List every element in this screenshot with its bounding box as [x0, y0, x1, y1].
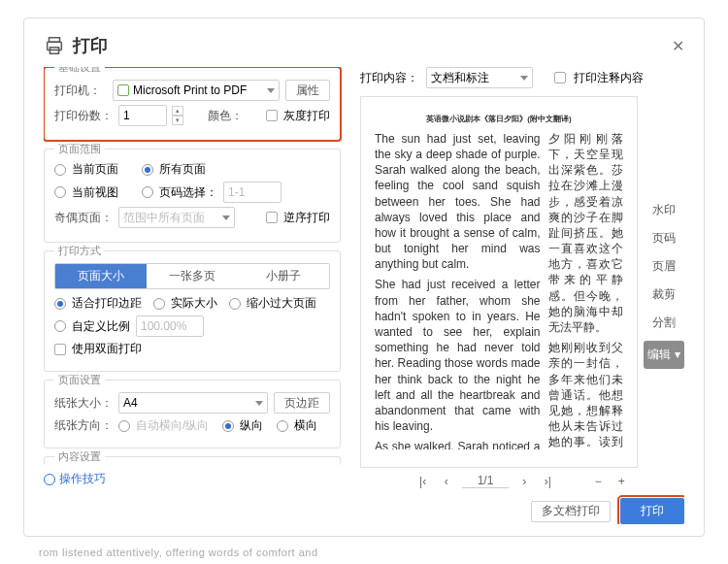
color-label: 颜色：	[208, 108, 260, 124]
close-icon[interactable]: ✕	[672, 37, 684, 55]
page-select-radio[interactable]	[142, 186, 153, 198]
multi-doc-print-button[interactable]: 多文档打印	[531, 501, 611, 522]
printer-small-icon	[117, 84, 129, 96]
copies-spinner[interactable]: ▴▾	[172, 106, 183, 125]
sidebar-split[interactable]: 分割	[644, 309, 684, 337]
shrink-radio[interactable]	[229, 298, 241, 310]
print-content-label: 打印内容：	[360, 70, 418, 86]
tab-booklet[interactable]: 小册子	[238, 264, 329, 288]
printer-label: 打印机：	[54, 83, 107, 99]
oddeven-select[interactable]: 范围中所有页面	[118, 207, 235, 228]
landscape-radio[interactable]	[277, 420, 288, 432]
preview-col-cn: 夕阳刚刚落下，天空呈现出深紫色。莎拉在沙滩上漫步，感受着凉爽的沙子在脚趾间挤压。…	[548, 131, 624, 449]
sidebar-pagenum[interactable]: 页码	[644, 224, 684, 252]
grayscale-label: 灰度打印	[283, 108, 330, 124]
basic-settings-group: 基础设置 打印机： Microsoft Print to PDF 属性 打印份数…	[44, 67, 341, 141]
page-setup-group: 页面设置 纸张大小： A4 页边距 纸张方向： 自动横向/纵向 纵向 横向	[44, 380, 341, 448]
basic-legend: 基础设置	[54, 67, 105, 75]
page-select-label: 页码选择：	[159, 184, 217, 201]
custom-scale-input[interactable]: 100.00%	[136, 315, 204, 337]
oddeven-label: 奇偶页面：	[54, 210, 113, 226]
current-page-radio[interactable]	[54, 164, 66, 176]
fit-label: 适合打印边距	[72, 295, 142, 312]
tab-page-size[interactable]: 页面大小	[55, 264, 147, 288]
portrait-label: 纵向	[240, 417, 263, 434]
current-page-label: 当前页面	[72, 161, 118, 178]
content-legend: 内容设置	[54, 449, 105, 464]
page-range-group: 页面范围 当前页面 所有页面 当前视图 页码选择： 1-1 奇偶页面： 范围中所…	[44, 149, 341, 243]
shrink-label: 缩小过大页面	[247, 295, 316, 312]
print-mode-group: 打印方式 页面大小 一张多页 小册子 适合打印边距 实际大小 缩小过大页面 自定…	[44, 250, 341, 372]
current-view-radio[interactable]	[54, 186, 66, 198]
print-annot-label: 打印注释内容	[574, 70, 644, 86]
actual-radio[interactable]	[153, 298, 165, 310]
dialog-title: 打印	[73, 34, 108, 57]
page-legend: 页面设置	[54, 373, 105, 387]
print-annot-checkbox[interactable]	[554, 72, 566, 83]
current-view-label: 当前视图	[72, 184, 118, 201]
print-button[interactable]: 打印	[620, 498, 684, 524]
copies-input[interactable]: 1	[118, 105, 167, 126]
sidebar-header[interactable]: 页眉	[644, 252, 684, 281]
sidebar-edit-button[interactable]: 编辑 ▾	[644, 341, 684, 369]
orient-label: 纸张方向：	[54, 417, 113, 434]
grayscale-checkbox[interactable]	[266, 110, 278, 121]
fit-radio[interactable]	[54, 298, 66, 310]
dialog-footer: 多文档打印 打印	[360, 498, 684, 524]
copies-label: 打印份数：	[54, 108, 113, 124]
pager: |‹ ‹ 1/1 › ›| − +	[360, 474, 684, 488]
custom-label: 自定义比例	[72, 318, 130, 335]
prev-page-icon[interactable]: ‹	[439, 475, 454, 488]
custom-radio[interactable]	[54, 320, 66, 332]
auto-orient-radio[interactable]	[118, 420, 130, 432]
margin-button[interactable]: 页边距	[274, 392, 330, 414]
content-settings-group: 内容设置	[44, 456, 341, 465]
preview-col-en: The sun had just set, leaving the sky a …	[375, 131, 541, 449]
printer-props-button[interactable]: 属性	[285, 80, 330, 101]
duplex-label: 使用双面打印	[72, 341, 142, 357]
zoom-out-icon[interactable]: −	[590, 475, 606, 488]
all-pages-radio[interactable]	[142, 164, 153, 176]
sidebar-watermark[interactable]: 水印	[644, 196, 684, 224]
preview-page: 英语微小说剧本《落日夕阳》(附中文翻译) The sun had just se…	[360, 96, 638, 468]
print-icon	[44, 35, 65, 56]
dialog-header: 打印 ✕	[44, 34, 684, 57]
settings-panel: 基础设置 打印机： Microsoft Print to PDF 属性 打印份数…	[44, 67, 345, 524]
preview-header: 打印内容： 文档和标注 打印注释内容	[360, 67, 684, 88]
portrait-radio[interactable]	[222, 420, 234, 432]
preview-doc-title: 英语微小说剧本《落日夕阳》(附中文翻译)	[375, 115, 623, 125]
actual-label: 实际大小	[171, 295, 217, 312]
print-dialog: 打印 ✕ 基础设置 打印机： Microsoft Print to PDF 属性…	[23, 17, 705, 537]
tab-multi-page[interactable]: 一张多页	[147, 264, 238, 288]
preview-sidebar: 水印 页码 页眉 裁剪 分割 编辑 ▾	[644, 196, 684, 369]
help-link[interactable]: 操作技巧	[44, 471, 106, 487]
print-content-select[interactable]: 文档和标注	[426, 67, 533, 88]
reverse-checkbox[interactable]	[266, 212, 278, 223]
page-indicator: 1/1	[462, 474, 510, 488]
printer-select[interactable]: Microsoft Print to PDF	[113, 80, 280, 101]
mode-tabs: 页面大小 一张多页 小册子	[54, 263, 330, 289]
first-page-icon[interactable]: |‹	[415, 475, 431, 488]
page-select-input[interactable]: 1-1	[223, 182, 281, 203]
duplex-checkbox[interactable]	[54, 344, 66, 355]
sidebar-crop[interactable]: 裁剪	[644, 281, 684, 309]
next-page-icon[interactable]: ›	[516, 475, 532, 488]
paper-size-select[interactable]: A4	[118, 392, 268, 414]
printer-value: Microsoft Print to PDF	[133, 83, 247, 97]
reverse-label: 逆序打印	[283, 210, 330, 226]
range-legend: 页面范围	[54, 142, 105, 156]
auto-orient-label: 自动横向/纵向	[136, 417, 209, 434]
zoom-in-icon[interactable]: +	[613, 475, 629, 488]
background-text: rom listened attentively, offering words…	[39, 547, 689, 558]
all-pages-label: 所有页面	[159, 161, 206, 178]
mode-legend: 打印方式	[54, 244, 105, 258]
last-page-icon[interactable]: ›|	[540, 475, 555, 488]
landscape-label: 横向	[294, 417, 317, 434]
paper-size-label: 纸张大小：	[54, 395, 113, 412]
